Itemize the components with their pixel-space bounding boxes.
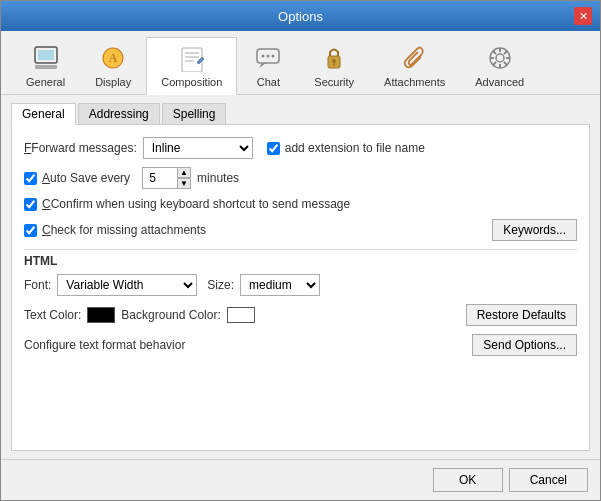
- security-icon: [318, 42, 350, 74]
- toolbar-item-general[interactable]: General: [11, 37, 80, 95]
- toolbar-item-security[interactable]: Security: [299, 37, 369, 95]
- confirm-shortcut-label: CConfirm when using keyboard shortcut to…: [42, 197, 350, 211]
- autosave-suffix: minutes: [197, 171, 239, 185]
- add-extension-label: add extension to file name: [285, 141, 425, 155]
- composition-icon: [176, 42, 208, 74]
- toolbar-label-composition: Composition: [161, 76, 222, 88]
- autosave-spinner: ▲ ▼: [142, 167, 191, 189]
- tab-content-general: FForward messages: Inline As Attachment …: [11, 124, 590, 451]
- font-label: Font:: [24, 278, 51, 292]
- cancel-button[interactable]: Cancel: [509, 468, 588, 492]
- svg-line-26: [504, 51, 507, 54]
- close-button[interactable]: ✕: [574, 7, 592, 25]
- autosave-increment[interactable]: ▲: [177, 167, 191, 178]
- confirm-shortcut-row: CConfirm when using keyboard shortcut to…: [24, 197, 577, 211]
- autosave-row: Auto Save every ▲ ▼ minutes: [24, 167, 577, 189]
- main-content: General Addressing Spelling FForward mes…: [1, 95, 600, 459]
- autosave-spinner-buttons: ▲ ▼: [177, 167, 191, 189]
- confirm-shortcut-checkbox[interactable]: [24, 198, 37, 211]
- svg-line-27: [493, 62, 496, 65]
- svg-line-25: [504, 62, 507, 65]
- svg-text:A: A: [109, 51, 118, 65]
- ok-button[interactable]: OK: [433, 468, 503, 492]
- font-size-row: Font: Variable Width Fixed Width Size: s…: [24, 274, 577, 296]
- toolbar-label-display: Display: [95, 76, 131, 88]
- text-color-label: Text Color:: [24, 308, 81, 322]
- font-select[interactable]: Variable Width Fixed Width: [57, 274, 197, 296]
- toolbar-label-attachments: Attachments: [384, 76, 445, 88]
- autosave-decrement[interactable]: ▼: [177, 178, 191, 189]
- restore-defaults-button[interactable]: Restore Defaults: [466, 304, 577, 326]
- svg-point-16: [332, 59, 336, 63]
- check-attachments-label: Check for missing attachments: [42, 223, 206, 237]
- autosave-label: Auto Save every: [42, 171, 130, 185]
- attachments-icon: [399, 42, 431, 74]
- tab-general[interactable]: General: [11, 103, 76, 125]
- autosave-checkbox[interactable]: [24, 172, 37, 185]
- size-select[interactable]: small medium large: [240, 274, 320, 296]
- tab-bar: General Addressing Spelling: [11, 103, 590, 125]
- size-label: Size:: [207, 278, 234, 292]
- configure-label: Configure text format behavior: [24, 338, 185, 352]
- bottom-bar: OK Cancel: [1, 459, 600, 500]
- forward-messages-select[interactable]: Inline As Attachment As Quoted: [143, 137, 253, 159]
- toolbar-item-composition[interactable]: Composition: [146, 37, 237, 95]
- tab-spelling[interactable]: Spelling: [162, 103, 227, 125]
- check-attachments-row: Check for missing attachments Keywords..…: [24, 219, 577, 241]
- toolbar-label-general: General: [26, 76, 65, 88]
- svg-point-12: [262, 55, 265, 58]
- autosave-input[interactable]: [142, 167, 178, 189]
- bg-color-swatch[interactable]: [227, 307, 255, 323]
- forward-messages-row: FForward messages: Inline As Attachment …: [24, 137, 577, 159]
- svg-point-13: [267, 55, 270, 58]
- bg-color-label: Background Color:: [121, 308, 220, 322]
- check-attachments-checkbox[interactable]: [24, 224, 37, 237]
- svg-point-14: [272, 55, 275, 58]
- toolbar-item-advanced[interactable]: Advanced: [460, 37, 539, 95]
- color-row: Text Color: Background Color: Restore De…: [24, 304, 577, 326]
- html-section-header: HTML: [24, 249, 577, 268]
- forward-messages-label: FForward messages:: [24, 141, 137, 155]
- toolbar-label-chat: Chat: [257, 76, 280, 88]
- toolbar: General A Display: [1, 31, 600, 95]
- tab-addressing[interactable]: Addressing: [78, 103, 160, 125]
- svg-rect-2: [38, 50, 54, 60]
- display-icon: A: [97, 42, 129, 74]
- chat-icon: [252, 42, 284, 74]
- window-title: Options: [27, 9, 574, 24]
- toolbar-label-advanced: Advanced: [475, 76, 524, 88]
- svg-rect-1: [35, 65, 57, 69]
- general-icon: [30, 42, 62, 74]
- toolbar-label-security: Security: [314, 76, 354, 88]
- toolbar-item-attachments[interactable]: Attachments: [369, 37, 460, 95]
- send-options-button[interactable]: Send Options...: [472, 334, 577, 356]
- text-color-swatch[interactable]: [87, 307, 115, 323]
- configure-row: Configure text format behavior Send Opti…: [24, 334, 577, 356]
- svg-point-19: [496, 54, 504, 62]
- svg-line-24: [493, 51, 496, 54]
- add-extension-checkbox[interactable]: [267, 142, 280, 155]
- toolbar-item-display[interactable]: A Display: [80, 37, 146, 95]
- title-bar: Options ✕: [1, 1, 600, 31]
- keywords-button[interactable]: Keywords...: [492, 219, 577, 241]
- advanced-icon: [484, 42, 516, 74]
- toolbar-item-chat[interactable]: Chat: [237, 37, 299, 95]
- options-window: Options ✕ General A Display: [0, 0, 601, 501]
